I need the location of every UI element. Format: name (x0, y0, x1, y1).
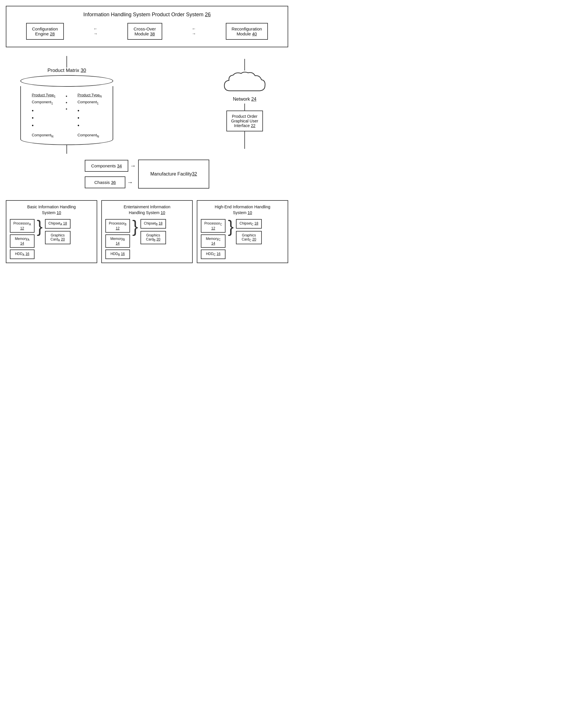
basic-ihs-num: 10 (57, 210, 61, 215)
basic-bracket: } (37, 218, 43, 235)
double-arrow-1: ← → (93, 26, 98, 36)
left-supply-boxes: Components 34 → Chassis 36 → (85, 160, 136, 188)
highend-ihs: High-End Information HandlingSystem 10 P… (197, 200, 288, 263)
arrow-to-manufacture-2: → (127, 179, 133, 186)
network-num: 24 (251, 97, 257, 102)
gui-num: 22 (251, 123, 255, 128)
components-row: Components 34 → (85, 160, 136, 172)
double-arrow-2: ← → (192, 26, 196, 36)
basic-processor: ProcessorA12 (10, 219, 35, 232)
right-column: Network 24 Product OrderGraphical UserIn… (201, 59, 288, 149)
gui-box: Product OrderGraphical UserInterface 22 (226, 110, 263, 131)
network-label: Network 24 (233, 97, 257, 102)
components-box: Components 34 (85, 160, 128, 172)
chassis-row: Chassis 36 → (85, 176, 136, 188)
network-wrapper: Network 24 (222, 70, 268, 104)
highend-ihs-title: High-End Information HandlingSystem 10 (201, 204, 284, 215)
entertainment-ihs-title: Entertainment InformationHandling System… (105, 204, 189, 215)
basic-ihs-title: Basic Information HandlingSystem 10 (10, 204, 93, 215)
manufacture-section: Components 34 → Chassis 36 → Manufacture… (6, 160, 288, 189)
arrow-to-manufacture-1: → (130, 163, 136, 169)
manufacture-box: Manufacture Facility 32 (138, 160, 209, 189)
vert-connector-2 (66, 145, 67, 154)
reconfig-box: ReconfigurationModule 40 (226, 23, 268, 40)
product-matrix-wrapper: Product Matrix 30 Product Type1 Componen… (11, 68, 122, 145)
left-middle: Product Matrix 30 Product Type1 Componen… (6, 56, 128, 154)
he-graphics: GraphicsCardC 20 (236, 231, 262, 244)
manufacture-num: 32 (192, 171, 197, 177)
he-memory: MemoryC14 (201, 234, 226, 248)
product-type-col-1: Product Type1 Component1 • • • Component… (32, 92, 56, 139)
highend-ihs-right: ChipsetC 18 GraphicsCardC 20 (236, 219, 262, 244)
chassis-box: Chassis 36 (85, 176, 125, 188)
config-engine-num: 28 (50, 31, 55, 36)
cloud-svg (222, 70, 268, 100)
basic-ihs-inner: ProcessorA12 MemoryA14 HDDA 16 } Chipset… (10, 219, 93, 259)
vert-connector-3 (244, 59, 245, 70)
entertainment-ihs-num: 10 (161, 210, 165, 215)
system-num: 26 (205, 11, 211, 18)
vert-connector-1 (66, 56, 67, 68)
entertainment-ihs-left: ProcessorB12 MemoryB14 HDDB 16 (105, 219, 130, 259)
chassis-num: 36 (111, 180, 116, 185)
reconfig-num: 40 (252, 31, 257, 36)
product-type-col-n: Product TypeN Component1 • • • Component… (77, 92, 102, 139)
entertainment-ihs-inner: ProcessorB12 MemoryB14 HDDB 16 } Chipset… (105, 219, 189, 259)
he-chipset: ChipsetC 18 (236, 219, 262, 228)
basic-chipset: ChipsetA 18 (45, 219, 70, 228)
basic-memory: MemoryA14 (10, 234, 35, 248)
bottom-section: Basic Information HandlingSystem 10 Proc… (6, 200, 288, 263)
he-bracket: } (228, 218, 234, 235)
system-box: Information Handling System Product Orde… (6, 6, 288, 47)
crossover-num: 38 (150, 31, 155, 36)
basic-hdd: HDDA 16 (10, 249, 35, 259)
top-modules: ConfigurationEngine 28 ← → Cross-OverMod… (12, 23, 282, 40)
crossover-box: Cross-OverModule 38 (127, 23, 162, 40)
cylinder-inner: Product Type1 Component1 • • • Component… (27, 90, 107, 139)
product-matrix-num: 30 (81, 68, 86, 73)
entertainment-ihs-right: ChipsetB 18 GraphicsCardB 20 (140, 219, 166, 244)
cylinder: Product Type1 Component1 • • • Component… (20, 75, 113, 145)
system-title: Information Handling System Product Orde… (12, 11, 282, 18)
diagram: Information Handling System Product Orde… (6, 6, 288, 263)
basic-ihs: Basic Information HandlingSystem 10 Proc… (6, 200, 97, 263)
ent-chipset: ChipsetB 18 (140, 219, 166, 228)
he-hdd: HDDC 16 (201, 249, 226, 259)
basic-ihs-left: ProcessorA12 MemoryA14 HDDA 16 (10, 219, 35, 259)
he-processor: ProcessorC12 (201, 219, 226, 232)
ent-bracket: } (132, 218, 138, 235)
basic-graphics: GraphicsCardA 20 (45, 231, 70, 244)
cylinder-body: Product Type1 Component1 • • • Component… (20, 86, 113, 145)
highend-ihs-left: ProcessorC12 MemoryC14 HDDC 16 (201, 219, 226, 259)
ent-memory: MemoryB14 (105, 234, 130, 248)
highend-ihs-num: 10 (248, 210, 252, 215)
components-num: 34 (117, 163, 122, 168)
highend-ihs-inner: ProcessorC12 MemoryC14 HDDC 16 } Chipset… (201, 219, 284, 259)
vert-connector-4 (244, 104, 245, 110)
ent-hdd: HDDB 16 (105, 249, 130, 259)
dots-separator: • • • (66, 92, 67, 139)
cylinder-top (20, 75, 113, 87)
product-matrix-label: Product Matrix 30 (47, 68, 86, 73)
config-engine-box: ConfigurationEngine 28 (26, 23, 64, 40)
basic-ihs-right: ChipsetA 18 GraphicsCardA 20 (45, 219, 70, 244)
entertainment-ihs: Entertainment InformationHandling System… (101, 200, 193, 263)
ent-processor: ProcessorB12 (105, 219, 130, 232)
ent-graphics: GraphicsCardB 20 (140, 231, 166, 244)
vert-connector-5 (244, 131, 245, 149)
